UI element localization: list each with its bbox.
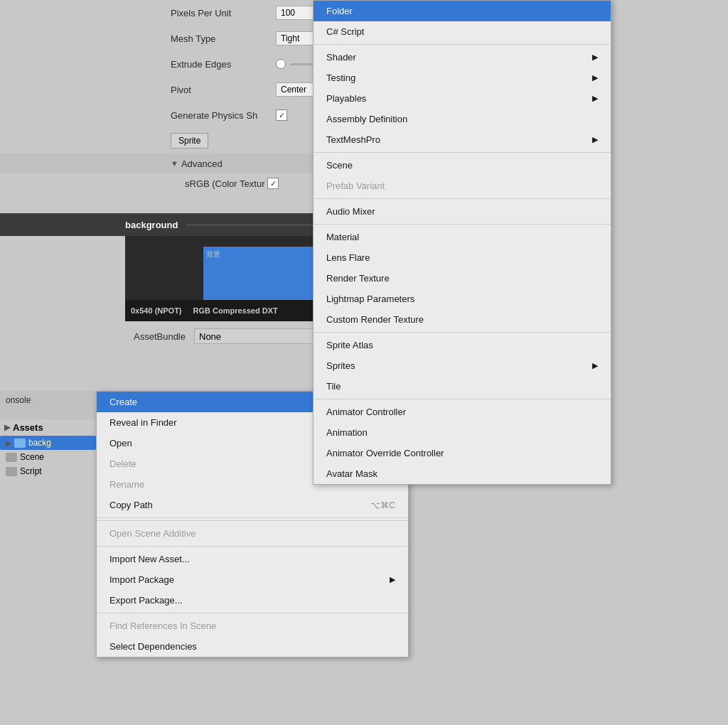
submenu-label: Playables [326, 93, 366, 104]
submenu-label: Lightmap Parameters [326, 294, 414, 304]
srgb-label: sRGB (Color Textur [185, 178, 264, 189]
submenu-label: Lens Flare [326, 252, 370, 263]
folder-gray-icon-scene [6, 453, 17, 462]
info-npot: 0x540 (NPOT) [131, 306, 182, 315]
submenu-arrow-icon: ▶ [592, 73, 598, 82]
assetbundle-label: AssetBundle [134, 331, 186, 342]
submenu-label: Render Texture [326, 273, 390, 284]
submenu-item-prefab-variant: Prefab Variant [314, 176, 611, 196]
submenu-item-animation[interactable]: Animation [314, 422, 611, 443]
advanced-arrow-icon: ▼ [171, 159, 178, 168]
folder-gray-icon-script [6, 467, 17, 476]
mesh-type-label: Mesh Type [171, 33, 270, 44]
assets-item-label-backg: backg [28, 438, 51, 448]
context-menu-item-import-package[interactable]: Import Package▶ [97, 569, 408, 590]
assets-header: ▶ Assets [0, 419, 96, 436]
submenu-label: TextMeshPro [326, 134, 380, 145]
submenu-label: Sprite Atlas [326, 340, 373, 350]
submenu-label: Avatar Mask [326, 468, 378, 479]
sprite-button[interactable]: Sprite [171, 133, 208, 149]
submenu-item-custom-render-texture[interactable]: Custom Render Texture [314, 309, 611, 330]
context-menu-label: Reveal in Finder [109, 417, 177, 428]
submenu-label: Material [326, 232, 359, 242]
context-menu-label: Select Dependencies [109, 641, 197, 652]
generate-physics-checkbox[interactable]: ✓ [276, 109, 287, 121]
context-menu-label: Find References In Scene [109, 621, 216, 631]
preview-kanji: 背景 [206, 249, 220, 259]
create-submenu: FolderC# ScriptShader▶Testing▶Playables▶… [313, 0, 611, 485]
generate-physics-label: Generate Physics Sh [171, 110, 270, 121]
context-menu-item-find-references-in-scene: Find References In Scene [97, 616, 408, 636]
submenu-item-folder[interactable]: Folder [314, 1, 611, 21]
submenu-item-testing[interactable]: Testing▶ [314, 68, 611, 88]
submenu-item-c#-script[interactable]: C# Script [314, 21, 611, 42]
submenu-label: Prefab Variant [326, 181, 385, 191]
advanced-label: Advanced [181, 159, 223, 169]
submenu-item-sprite-atlas[interactable]: Sprite Atlas [314, 335, 611, 355]
context-menu-item-open-scene-additive: Open Scene Additive [97, 523, 408, 544]
context-menu-label: Delete [109, 458, 136, 469]
context-menu-label: Open [109, 438, 132, 449]
submenu-label: Tile [326, 381, 341, 392]
folder-blue-icon [14, 439, 26, 448]
submenu-item-playables[interactable]: Playables▶ [314, 88, 611, 109]
submenu-label: Shader [326, 52, 356, 63]
submenu-item-animator-override-controller[interactable]: Animator Override Controller [314, 443, 611, 463]
submenu-arrow-icon: ▶ [592, 53, 598, 62]
submenu-item-avatar-mask[interactable]: Avatar Mask [314, 463, 611, 484]
submenu-arrow-icon: ▶ [592, 94, 598, 103]
pixels-per-unit-value: 100 [281, 8, 295, 18]
context-menu-item-import-new-asset[interactable]: Import New Asset... [97, 549, 408, 569]
assets-item-scene[interactable]: Scene [0, 450, 96, 464]
pivot-value: Center [281, 85, 306, 95]
submenu-item-sprites[interactable]: Sprites▶ [314, 355, 611, 376]
context-menu-label: Copy Path [109, 500, 153, 510]
submenu-item-tile[interactable]: Tile [314, 376, 611, 397]
submenu-label: Custom Render Texture [326, 314, 424, 325]
console-label: onsole [0, 391, 96, 409]
submenu-item-material[interactable]: Material [314, 227, 611, 247]
submenu-item-lens-flare[interactable]: Lens Flare [314, 247, 611, 268]
context-menu-label: Rename [109, 479, 144, 490]
context-menu-arrow-icon: ▶ [390, 575, 395, 584]
pixels-per-unit-label: Pixels Per Unit [171, 8, 270, 18]
context-menu-item-copy-path[interactable]: Copy Path⌥⌘C [97, 495, 408, 515]
submenu-label: Animation [326, 427, 368, 438]
extrude-edges-label: Extrude Edges [171, 59, 270, 70]
submenu-label: Audio Mixer [326, 206, 375, 217]
assets-area: ▶ Assets ▶ backg Scene Script [0, 419, 96, 725]
assets-item-label-scene: Scene [20, 452, 44, 462]
bg-label: background [125, 220, 178, 230]
assets-item-script[interactable]: Script [0, 464, 96, 478]
tree-arrow-icon: ▶ [6, 439, 11, 447]
submenu-label: C# Script [326, 26, 364, 37]
pivot-label: Pivot [171, 85, 270, 95]
assetbundle-none-value: None [199, 331, 221, 342]
submenu-arrow-icon: ▶ [592, 135, 598, 144]
submenu-label: Sprites [326, 360, 355, 371]
context-menu-label: Import Package [109, 574, 174, 585]
submenu-arrow-icon: ▶ [592, 361, 598, 370]
submenu-item-lightmap-parameters[interactable]: Lightmap Parameters [314, 289, 611, 309]
srgb-checkbox[interactable]: ✓ [267, 178, 279, 189]
submenu-item-textmeshpro[interactable]: TextMeshPro▶ [314, 129, 611, 150]
submenu-label: Scene [326, 160, 353, 171]
context-menu-shortcut: ⌥⌘C [370, 500, 395, 510]
submenu-label: Animator Controller [326, 407, 406, 417]
assets-item-backg[interactable]: ▶ backg [0, 436, 96, 450]
assets-item-label-script: Script [20, 466, 42, 476]
context-menu-item-select-dependencies[interactable]: Select Dependencies [97, 636, 408, 657]
assets-header-label: Assets [13, 422, 43, 433]
context-menu-item-export-package[interactable]: Export Package... [97, 590, 408, 611]
context-menu-label: Create [109, 397, 137, 407]
submenu-item-scene[interactable]: Scene [314, 155, 611, 176]
submenu-label: Testing [326, 72, 355, 83]
submenu-item-shader[interactable]: Shader▶ [314, 47, 611, 68]
submenu-label: Animator Override Controller [326, 448, 444, 458]
submenu-item-audio-mixer[interactable]: Audio Mixer [314, 201, 611, 222]
submenu-item-animator-controller[interactable]: Animator Controller [314, 402, 611, 422]
info-compression: RGB Compressed DXT [193, 306, 278, 315]
extrude-slider-thumb[interactable] [276, 59, 286, 69]
submenu-item-assembly-definition[interactable]: Assembly Definition [314, 109, 611, 129]
submenu-item-render-texture[interactable]: Render Texture [314, 268, 611, 289]
